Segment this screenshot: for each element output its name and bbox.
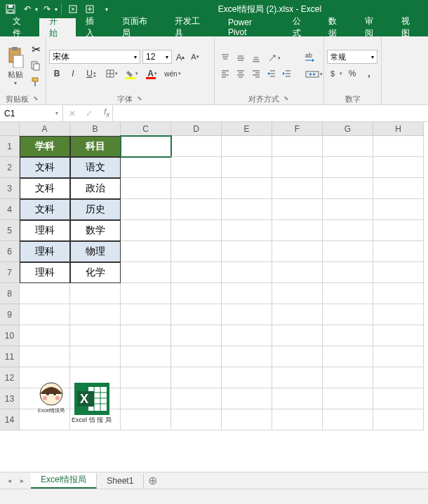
- cell-E3[interactable]: [222, 178, 272, 199]
- cell-A2[interactable]: 文科: [20, 157, 70, 178]
- cell-C4[interactable]: [121, 199, 171, 220]
- percent-icon[interactable]: %: [344, 66, 361, 81]
- undo-icon[interactable]: ↶: [20, 1, 35, 17]
- cell-G3[interactable]: [323, 178, 373, 199]
- cell-B6[interactable]: 物理: [70, 241, 121, 262]
- increase-font-icon[interactable]: A▴: [174, 50, 187, 64]
- cell-A5[interactable]: 理科: [20, 220, 70, 241]
- row-header-10[interactable]: 10: [0, 325, 20, 346]
- align-middle-icon[interactable]: [233, 50, 248, 66]
- cell-E14[interactable]: [222, 409, 272, 430]
- cell-A1[interactable]: 学科: [20, 136, 70, 157]
- cell-A7[interactable]: 理科: [20, 262, 70, 283]
- cell-G9[interactable]: [323, 304, 373, 325]
- tab-data[interactable]: 数据: [319, 18, 355, 36]
- cell-E6[interactable]: [222, 241, 272, 262]
- cell-H1[interactable]: [373, 136, 424, 157]
- cell-F7[interactable]: [272, 262, 323, 283]
- col-header-H[interactable]: H: [373, 122, 424, 136]
- cancel-icon[interactable]: ✕: [66, 107, 79, 120]
- cell-C7[interactable]: [121, 262, 171, 283]
- col-header-F[interactable]: F: [272, 122, 323, 136]
- cell-D14[interactable]: [171, 409, 222, 430]
- cell-A4[interactable]: 文科: [20, 199, 70, 220]
- cell-G14[interactable]: [323, 409, 373, 430]
- cell-G5[interactable]: [323, 220, 373, 241]
- cell-E11[interactable]: [222, 346, 272, 367]
- phonetic-button[interactable]: wén▾: [163, 66, 182, 81]
- cell-A6[interactable]: 理科: [20, 241, 70, 262]
- cell-G11[interactable]: [323, 346, 373, 367]
- cell-H14[interactable]: [373, 409, 424, 430]
- cell-D13[interactable]: [171, 388, 222, 409]
- cell-H7[interactable]: [373, 262, 424, 283]
- align-bottom-icon[interactable]: [248, 50, 264, 66]
- add-sheet-icon[interactable]: ⊕: [144, 474, 161, 487]
- cell-H8[interactable]: [373, 283, 424, 304]
- cell-H12[interactable]: [373, 367, 424, 388]
- row-header-7[interactable]: 7: [0, 262, 20, 283]
- formula-input[interactable]: [113, 105, 428, 121]
- tab-developer[interactable]: 开发工具: [165, 18, 218, 36]
- save-icon[interactable]: [3, 1, 18, 17]
- cell-F6[interactable]: [272, 241, 323, 262]
- bold-button[interactable]: B: [49, 66, 65, 81]
- cell-G1[interactable]: [323, 136, 373, 157]
- col-header-C[interactable]: C: [121, 122, 171, 136]
- italic-button[interactable]: I: [65, 66, 81, 81]
- sheet-tab-0[interactable]: Excel情报局: [31, 473, 97, 489]
- cell-C3[interactable]: [121, 178, 171, 199]
- cell-G10[interactable]: [323, 325, 373, 346]
- font-dialog-launcher[interactable]: ⬊: [135, 95, 144, 103]
- cell-F5[interactable]: [272, 220, 323, 241]
- cell-C10[interactable]: [121, 325, 171, 346]
- tab-formulas[interactable]: 公式: [283, 18, 319, 36]
- cell-C8[interactable]: [121, 283, 171, 304]
- cell-H9[interactable]: [373, 304, 424, 325]
- cell-F1[interactable]: [272, 136, 323, 157]
- cell-H5[interactable]: [373, 220, 424, 241]
- cell-F10[interactable]: [272, 325, 323, 346]
- sheet-nav-prev-icon[interactable]: ◂: [4, 476, 14, 486]
- col-header-A[interactable]: A: [20, 122, 70, 136]
- tab-insert[interactable]: 插入: [76, 18, 112, 36]
- row-header-8[interactable]: 8: [0, 283, 20, 304]
- decrease-indent-icon[interactable]: [264, 66, 279, 81]
- cell-H11[interactable]: [373, 346, 424, 367]
- cell-H10[interactable]: [373, 325, 424, 346]
- cell-B10[interactable]: [70, 325, 121, 346]
- cell-F12[interactable]: [272, 367, 323, 388]
- tab-layout[interactable]: 页面布局: [112, 18, 166, 36]
- cell-B2[interactable]: 语文: [70, 157, 121, 178]
- cell-B1[interactable]: 科目: [70, 136, 121, 157]
- cell-C5[interactable]: [121, 220, 171, 241]
- cell-H13[interactable]: [373, 388, 424, 409]
- cell-F14[interactable]: [272, 409, 323, 430]
- row-header-1[interactable]: 1: [0, 136, 20, 157]
- row-header-4[interactable]: 4: [0, 199, 20, 220]
- cell-H2[interactable]: [373, 157, 424, 178]
- clipboard-dialog-launcher[interactable]: ⬊: [32, 95, 40, 103]
- tab-review[interactable]: 审阅: [355, 18, 392, 36]
- qat-button-1[interactable]: [65, 1, 81, 17]
- cell-C6[interactable]: [121, 241, 171, 262]
- cell-A9[interactable]: [20, 304, 70, 325]
- qat-customize-icon[interactable]: ▾: [99, 1, 114, 17]
- cell-D9[interactable]: [171, 304, 222, 325]
- decrease-font-icon[interactable]: A▾: [189, 50, 201, 64]
- row-header-2[interactable]: 2: [0, 157, 20, 178]
- cell-B5[interactable]: 数学: [70, 220, 121, 241]
- cell-G4[interactable]: [323, 199, 373, 220]
- cell-B7[interactable]: 化学: [70, 262, 121, 283]
- cell-E8[interactable]: [222, 283, 272, 304]
- cell-E13[interactable]: [222, 388, 272, 409]
- cell-D11[interactable]: [171, 346, 222, 367]
- wrap-text-icon[interactable]: ab: [300, 50, 321, 65]
- align-top-icon[interactable]: [218, 50, 233, 66]
- cell-E12[interactable]: [222, 367, 272, 388]
- cell-B11[interactable]: [70, 346, 121, 367]
- cell-E2[interactable]: [222, 157, 272, 178]
- cell-B3[interactable]: 政治: [70, 178, 121, 199]
- select-all-corner[interactable]: [0, 122, 20, 136]
- cell-F8[interactable]: [272, 283, 323, 304]
